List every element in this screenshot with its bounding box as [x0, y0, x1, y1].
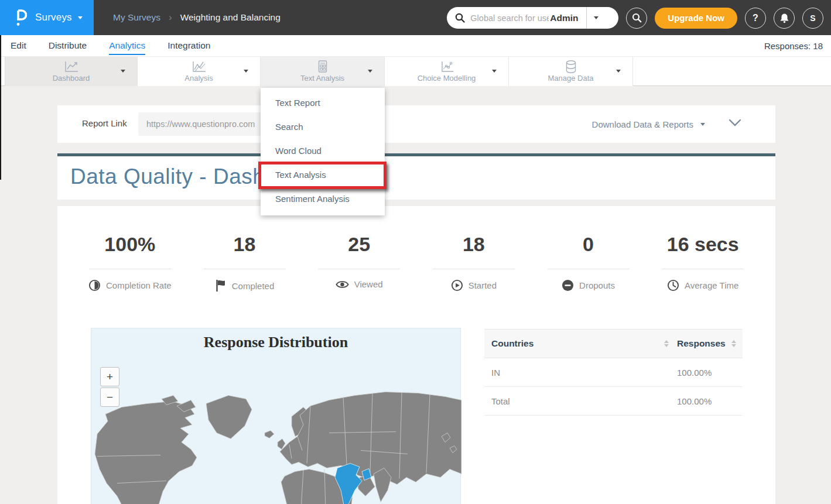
map-zoom-in-button[interactable]: +	[100, 367, 119, 386]
stat-viewed: 25 Viewed	[302, 233, 416, 292]
map-title: Response Distribution	[91, 334, 460, 351]
nav-item-analytics[interactable]: Analytics	[109, 36, 145, 55]
stat-value: 25	[302, 233, 416, 256]
eye-icon	[336, 280, 349, 289]
bell-icon	[779, 13, 789, 23]
stat-average-time: 16 secs Average Time	[645, 233, 760, 292]
product-switcher-label[interactable]: Surveys	[35, 12, 72, 23]
chevron-down-icon[interactable]	[616, 70, 621, 73]
tab-dashboard[interactable]: Dashboard	[5, 57, 138, 86]
map-greenland	[206, 396, 252, 439]
report-link-bar: Report Link Download Data & Reports	[57, 105, 775, 143]
responses-cell: 100.00%	[677, 396, 736, 406]
collapse-chevron-icon[interactable]	[729, 119, 741, 127]
country-cell: IN	[491, 368, 677, 378]
play-circle-icon	[451, 279, 463, 292]
clock-icon	[667, 279, 679, 292]
questionpro-logo-box[interactable]: Surveys	[0, 0, 94, 35]
chevron-down-icon[interactable]	[492, 70, 497, 73]
menu-item-sentiment-analysis[interactable]: Sentiment Analysis	[261, 187, 385, 211]
divider	[204, 269, 286, 269]
line-chart-icon	[63, 60, 80, 74]
tab-label: Choice Modelling	[385, 74, 508, 83]
stat-label: Average Time	[685, 280, 738, 290]
stats-row: 100% Completion Rate 18 Completed	[57, 206, 775, 292]
breadcrumb-parent-link[interactable]: My Surveys	[113, 12, 160, 23]
table-header-row: Countries Responses	[484, 329, 743, 358]
divider	[662, 269, 744, 269]
avatar[interactable]: S	[802, 8, 823, 29]
help-button[interactable]: ?	[745, 8, 766, 29]
breadcrumb-separator-icon: ›	[169, 12, 172, 23]
menu-item-text-report[interactable]: Text Report	[261, 91, 385, 115]
tab-text-analysis[interactable]: Text Analysis	[261, 57, 385, 86]
tab-label: Dashboard	[5, 74, 137, 83]
search-submit-button[interactable]	[626, 8, 647, 29]
breadcrumb: My Surveys › Weighting and Balancing	[113, 0, 281, 35]
chevron-down-icon[interactable]	[368, 70, 372, 73]
menu-item-text-analysis[interactable]: Text Analysis	[261, 163, 385, 187]
upgrade-now-button[interactable]: Upgrade Now	[655, 8, 737, 29]
search-icon	[632, 13, 642, 23]
report-link-label: Report Link	[82, 118, 127, 128]
menu-item-search[interactable]: Search	[261, 115, 385, 139]
stat-value: 18	[416, 233, 531, 256]
nav-item-edit[interactable]: Edit	[11, 36, 26, 55]
page-title: Data Quality - Dash	[70, 164, 265, 189]
map-north-america	[95, 402, 197, 504]
text-analysis-dropdown-menu: Text Report Search Word Cloud Text Analy…	[261, 88, 385, 215]
dashboard-stats-card: 100% Completion Rate 18 Completed	[57, 206, 775, 504]
stat-value: 16 secs	[645, 233, 760, 256]
completion-rate-icon	[88, 279, 101, 292]
download-data-reports-dropdown[interactable]: Download Data & Reports	[592, 105, 705, 143]
questionpro-p-logo-icon	[14, 9, 27, 26]
stat-label: Viewed	[354, 279, 383, 289]
tab-manage-data[interactable]: Manage Data	[509, 57, 633, 86]
top-header: Surveys My Surveys › Weighting and Balan…	[0, 0, 831, 35]
window-edge-artifact	[0, 35, 1, 180]
sort-icon[interactable]	[731, 340, 736, 347]
stat-started: 18 Started	[416, 233, 531, 292]
menu-item-word-cloud[interactable]: Word Cloud	[261, 139, 385, 163]
global-search-input[interactable]	[470, 13, 549, 23]
notifications-button[interactable]	[774, 8, 795, 29]
chevron-down-icon[interactable]	[121, 70, 125, 73]
world-map[interactable]	[91, 328, 461, 504]
minus-circle-icon	[562, 279, 574, 292]
divider	[318, 269, 400, 269]
analytics-toolbar: Dashboard Analysis Text Analysis	[0, 57, 831, 86]
search-scope-dropdown-button[interactable]	[587, 7, 606, 29]
map-zoom-out-button[interactable]: −	[100, 388, 119, 407]
flag-icon	[215, 279, 227, 292]
text-document-icon	[317, 60, 329, 74]
stat-label: Completed	[232, 281, 275, 291]
tab-choice-modelling[interactable]: Choice Modelling	[385, 57, 509, 86]
country-cell: Total	[491, 396, 677, 406]
column-header-countries[interactable]: Countries	[491, 338, 664, 349]
stat-value: 0	[531, 233, 646, 256]
responses-count: Responses: 18	[764, 41, 823, 51]
scatter-chart-icon	[439, 60, 455, 74]
area-chart-icon	[191, 60, 207, 74]
search-scope-label[interactable]: Admin	[550, 13, 578, 23]
countries-table: Countries Responses IN 100.00% Total 100…	[484, 329, 743, 416]
nav-item-distribute[interactable]: Distribute	[49, 36, 87, 55]
column-header-responses[interactable]: Responses	[677, 338, 726, 349]
stat-label: Started	[468, 280, 497, 290]
sort-icon[interactable]	[664, 340, 669, 347]
stat-completion-rate: 100% Completion Rate	[73, 233, 187, 292]
responses-cell: 100.00%	[677, 368, 736, 378]
stat-dropouts: 0 Dropouts	[531, 233, 646, 292]
stat-completed: 18 Completed	[187, 233, 302, 292]
breadcrumb-current: Weighting and Balancing	[180, 12, 281, 23]
response-distribution-map: Response Distribution + −	[91, 328, 461, 504]
stat-value: 18	[187, 233, 302, 256]
tab-analysis[interactable]: Analysis	[138, 57, 261, 86]
chevron-down-icon[interactable]	[244, 70, 248, 73]
divider	[89, 269, 171, 269]
nav-item-integration[interactable]: Integration	[167, 36, 210, 55]
tab-label: Text Analysis	[261, 74, 384, 83]
survey-nav: Edit Distribute Analytics Integration Re…	[0, 35, 831, 57]
stat-value: 100%	[73, 233, 187, 256]
chevron-down-icon	[700, 123, 705, 126]
